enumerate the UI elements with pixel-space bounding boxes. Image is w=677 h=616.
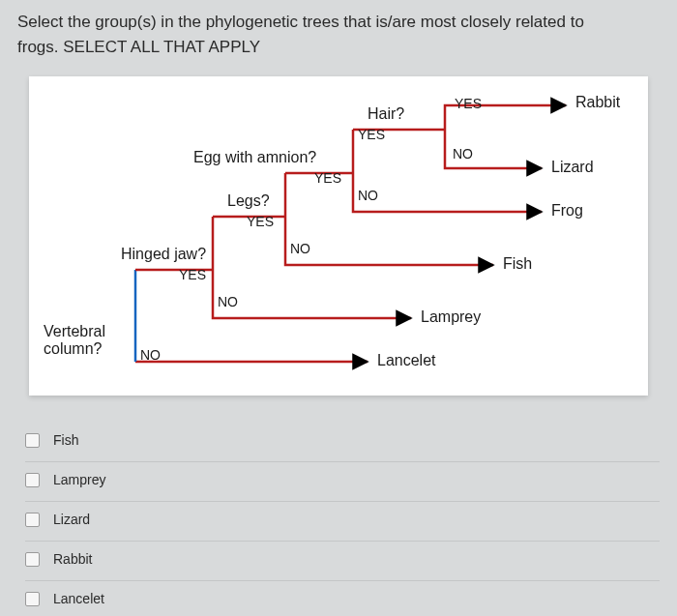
answer-label: Rabbit	[53, 551, 92, 567]
svg-rect-9	[29, 76, 648, 396]
branch-no: NO	[140, 347, 161, 363]
answer-label: Lancelet	[53, 591, 104, 606]
branch-yes: YES	[358, 127, 385, 142]
checkbox-icon[interactable]	[25, 513, 40, 527]
branch-yes: YES	[247, 214, 274, 229]
taxon-lancelet: Lancelet	[377, 352, 436, 369]
answer-label: Fish	[53, 432, 78, 448]
checkbox-icon[interactable]	[25, 433, 40, 448]
branch-yes: YES	[314, 170, 341, 186]
prompt-line-1: Select the group(s) in the phylogenetic …	[17, 13, 584, 31]
phylogenetic-tree-figure: Vertebral column? Hinged jaw? Legs? Egg …	[29, 76, 648, 396]
answer-option-lamprey[interactable]: Lamprey	[25, 464, 660, 502]
node-hair: Hair?	[368, 105, 404, 123]
answer-option-rabbit[interactable]: Rabbit	[25, 543, 660, 581]
taxon-lizard: Lizard	[551, 159, 594, 176]
taxon-rabbit: Rabbit	[575, 94, 620, 111]
branch-no: NO	[218, 294, 238, 309]
branch-yes: YES	[179, 267, 206, 282]
question-prompt: Select the group(s) in the phylogenetic …	[17, 10, 660, 59]
checkbox-icon[interactable]	[25, 473, 40, 487]
branch-no: NO	[453, 146, 473, 161]
answer-label: Lamprey	[53, 472, 105, 487]
answer-option-fish[interactable]: Fish	[25, 425, 660, 462]
taxon-fish: Fish	[503, 255, 532, 273]
branch-no: NO	[358, 188, 378, 203]
node-vertebral-column: Vertebral column?	[44, 323, 105, 358]
taxon-lamprey: Lamprey	[421, 308, 481, 326]
answer-options: Fish Lamprey Lizard Rabbit Lancelet	[25, 425, 660, 616]
node-legs: Legs?	[227, 192, 270, 210]
checkbox-icon[interactable]	[25, 552, 40, 567]
answer-option-lizard[interactable]: Lizard	[25, 504, 660, 542]
branch-yes: YES	[455, 96, 482, 111]
node-hinged-jaw: Hinged jaw?	[121, 246, 206, 263]
tree-lines	[29, 76, 648, 396]
prompt-line-2: frogs. SELECT ALL THAT APPLY	[17, 38, 260, 56]
checkbox-icon[interactable]	[25, 592, 40, 606]
branch-no: NO	[290, 241, 310, 256]
answer-option-lancelet[interactable]: Lancelet	[25, 583, 660, 616]
answer-label: Lizard	[53, 512, 90, 527]
node-egg-amnion: Egg with amnion?	[193, 149, 316, 166]
taxon-frog: Frog	[551, 202, 583, 220]
